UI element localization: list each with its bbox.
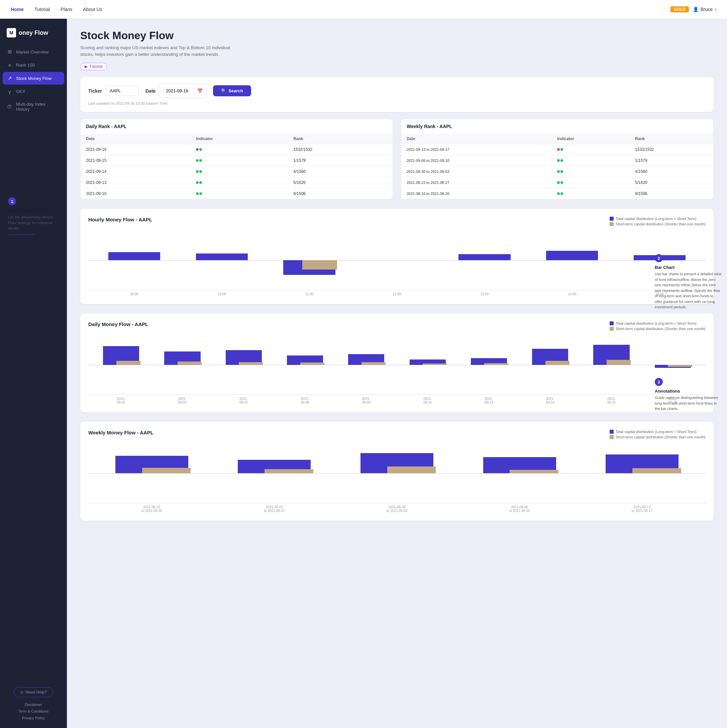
- main-content: Stock Money Flow Scoring and ranking maj…: [67, 19, 727, 728]
- x-label: 2021- 09-10: [397, 397, 458, 404]
- weekly-col-indicator: Indicator: [552, 134, 630, 144]
- bar-tan-up: [265, 469, 313, 473]
- ann3-title: Annotations: [655, 388, 722, 394]
- weekly-x-labels: 2021-08-16 to 2021-08-202021-08-23 to 20…: [88, 503, 706, 512]
- bar-tan-up: [116, 361, 141, 365]
- sidebar-item-rank100[interactable]: ≡ Rank 100: [3, 59, 64, 71]
- sidebar-logo: M oney Flow: [0, 19, 67, 46]
- bar-tan-up: [178, 361, 202, 365]
- dot-1: [196, 192, 199, 195]
- search-button[interactable]: 🔍 Search: [213, 85, 251, 96]
- table-row: 2021-09-13 to 2021-09-17 1532/1532: [401, 144, 713, 155]
- gex-icon: γ: [7, 89, 13, 94]
- cell-indicator: [552, 166, 630, 177]
- x-label: 2021- 09-02: [91, 397, 151, 404]
- need-help-button[interactable]: ⊙ Need Help?: [14, 687, 53, 697]
- cell-rank: 9/1506: [630, 188, 713, 199]
- dot-2: [560, 192, 563, 195]
- bar-group: [214, 443, 335, 503]
- table-row: 2021-09-06 to 2021-09-10 1/1579: [401, 155, 713, 166]
- legend-short: Short-term capital distribution (Shorter…: [610, 327, 706, 331]
- multiday-icon: ⏱: [7, 104, 13, 110]
- top-nav: Home Tutorial Plans About Us GOLD 👤 Bruc…: [0, 0, 727, 19]
- sidebar-item-gex[interactable]: γ GEX: [3, 85, 64, 98]
- nav-tutorial[interactable]: Tutorial: [34, 7, 50, 12]
- cell-indicator: [191, 177, 288, 188]
- user-menu[interactable]: 👤 Bruce ›: [693, 7, 716, 12]
- hourly-chart-area: [88, 230, 706, 290]
- cell-date: 2021-08-30 to 2021-09-03: [401, 166, 552, 177]
- ann1-title: Daily / Weekly Rank: [8, 208, 61, 213]
- weekly-chart-legend: Total capital distribution (Long-term + …: [610, 430, 706, 439]
- tutorial-badge[interactable]: ▶ Tutorial: [80, 63, 107, 70]
- dot-1: [557, 148, 560, 151]
- calendar-icon[interactable]: 📅: [197, 88, 203, 93]
- page-description: Scoring and ranking major US market inde…: [80, 44, 241, 58]
- daily-rank-table: Date Indicator Rank 2021-09-16 1532/1532…: [81, 134, 393, 199]
- sidebar-item-market-overview[interactable]: ⊞ Market Overview: [3, 46, 64, 58]
- logo-m-icon: M: [7, 28, 16, 37]
- bar-group: [152, 335, 212, 395]
- bar-group: [459, 335, 519, 395]
- x-label: 2021- 09-15: [581, 397, 641, 404]
- nav-home[interactable]: Home: [11, 7, 24, 12]
- weekly-chart-section: Weekly Money Flow - AAPL Total capital d…: [80, 422, 714, 521]
- footer-privacy[interactable]: Privacy Policy: [22, 716, 45, 720]
- sidebar-item-stock-money-flow[interactable]: ↗ Stock Money Flow: [3, 72, 64, 85]
- date-input[interactable]: [162, 86, 195, 96]
- weekly-bars: [88, 443, 706, 503]
- daily-col-date: Date: [81, 134, 191, 144]
- cell-indicator: [191, 155, 288, 166]
- rank-tables: Daily Rank - AAPL Date Indicator Rank 2: [80, 119, 714, 199]
- footer-disclaimer[interactable]: Disclaimer: [25, 703, 42, 707]
- x-label: 09:00: [91, 292, 178, 296]
- daily-x-labels: 2021- 09-022021- 09-032021- 09-072021- 0…: [88, 395, 706, 404]
- bar-tan-up: [300, 362, 324, 364]
- dot-1: [557, 181, 560, 184]
- play-icon: ▶: [84, 64, 87, 69]
- daily-col-indicator: Indicator: [191, 134, 288, 144]
- weekly-col-rank: Rank: [630, 134, 713, 144]
- x-label: 14:00: [529, 292, 615, 296]
- date-field: Date 📅: [145, 84, 206, 98]
- cell-indicator: [552, 177, 630, 188]
- bar-group: [520, 335, 580, 395]
- cell-indicator: [552, 155, 630, 166]
- page-title: Stock Money Flow: [80, 29, 714, 42]
- table-row: 2021-08-16 to 2021-08-20 9/1506: [401, 188, 713, 199]
- daily-chart-title: Daily Money Flow - AAPL: [88, 321, 148, 327]
- last-updated: Last updated on 2021-09-16 10:30 Eastern…: [88, 101, 706, 106]
- x-label: 11:00: [266, 292, 353, 296]
- ticker-label: Ticker: [88, 88, 102, 93]
- weekly-chart-header: Weekly Money Flow - AAPL Total capital d…: [88, 430, 706, 439]
- footer-terms[interactable]: Term & Conditions: [18, 709, 49, 713]
- x-label: 2021- 09-07: [214, 397, 274, 404]
- bar-tan-up: [607, 360, 631, 364]
- ann3-desc: Guide users on distinguishing between lo…: [655, 395, 722, 411]
- daily-rank-title: Daily Rank - AAPL: [81, 119, 393, 134]
- nav-about[interactable]: About Us: [83, 7, 103, 12]
- cell-indicator: [552, 144, 630, 155]
- cell-indicator: [191, 144, 288, 155]
- daily-chart-section: Daily Money Flow - AAPL Total capital di…: [80, 314, 714, 412]
- sidebar-item-multiday[interactable]: ⏱ Multi-day Index History: [3, 98, 64, 115]
- cell-date: 2021-09-14: [81, 166, 191, 177]
- weekly-rank-title: Weekly Rank - AAPL: [401, 119, 713, 134]
- sidebar: M oney Flow ⊞ Market Overview ≡ Rank 100…: [0, 19, 67, 728]
- dot-1: [196, 181, 199, 184]
- bar-group: [266, 230, 353, 290]
- sidebar-item-label: GEX: [16, 89, 25, 94]
- cell-rank: 1532/1532: [288, 144, 393, 155]
- bar-group: [214, 335, 274, 395]
- ticker-input[interactable]: [106, 86, 139, 96]
- dot-2: [560, 148, 563, 151]
- nav-right: GOLD 👤 Bruce ›: [670, 6, 716, 12]
- nav-plans[interactable]: Plans: [61, 7, 72, 12]
- x-label: 2021- 09-09: [336, 397, 396, 404]
- x-label: 2021-08-30 to 2021-09-03: [336, 505, 458, 512]
- date-input-wrap: 📅: [158, 84, 206, 98]
- x-label: 2021-09-13 to 2021-09-17: [581, 505, 703, 512]
- x-label: 13:00: [441, 292, 528, 296]
- cell-rank: 1/1579: [630, 155, 713, 166]
- sidebar-item-label: Rank 100: [16, 63, 35, 67]
